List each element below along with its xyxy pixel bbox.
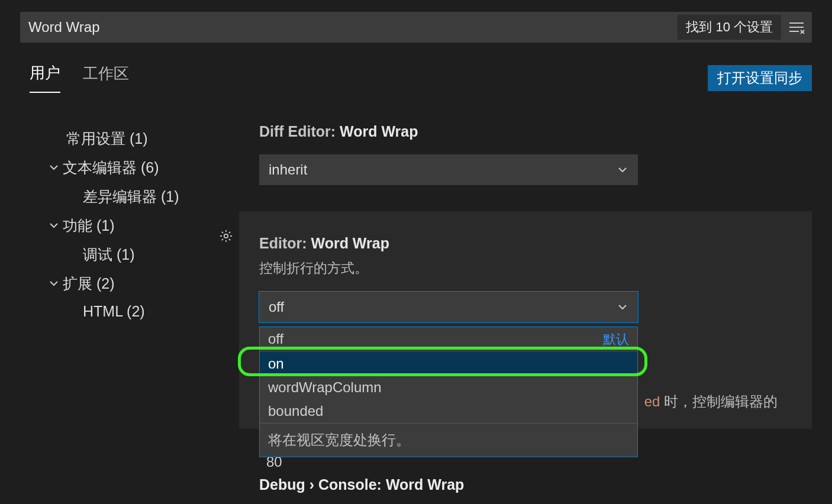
chevron-down-icon — [49, 217, 63, 234]
setting-diff-editor-word-wrap: Diff Editor: Word Wrap inherit — [239, 117, 812, 185]
setting-title: Editor: Word Wrap — [259, 229, 812, 252]
option-label: off — [268, 331, 283, 348]
settings-search-bar[interactable]: 找到 10 个设置 — [20, 12, 812, 43]
setting-editor-word-wrap: Editor: Word Wrap 控制折行的方式。 off off 默认 — [239, 211, 812, 429]
sidebar-item-features[interactable]: 功能 (1) — [49, 211, 239, 240]
editor-word-wrap-select[interactable]: off — [259, 292, 638, 322]
sidebar-item-label: 功能 (1) — [63, 216, 115, 235]
setting-scope-label: Editor: — [259, 235, 311, 251]
text-fragment: 时，控制编辑器的 — [660, 393, 778, 409]
select-value: off — [269, 299, 284, 315]
tab-user[interactable]: 用户 — [30, 63, 60, 93]
filter-icon[interactable] — [786, 17, 807, 38]
gear-icon[interactable] — [219, 229, 233, 246]
column-setting-description-fragment: ed 时，控制编辑器的 — [644, 392, 778, 411]
sidebar-item-html[interactable]: HTML (2) — [49, 298, 239, 325]
setting-name-label: Word Wrap — [386, 476, 464, 493]
diff-word-wrap-select[interactable]: inherit — [259, 154, 638, 185]
word-wrap-dropdown: off 默认 on wordWrapColumn bounded — [259, 327, 638, 457]
option-label: bounded — [268, 403, 323, 419]
select-value: inherit — [269, 161, 307, 178]
chevron-down-icon — [49, 275, 63, 292]
svg-point-5 — [224, 234, 228, 238]
dropdown-option-wordwrapcolumn[interactable]: wordWrapColumn — [260, 376, 637, 399]
sidebar-item-text-editor[interactable]: 文本编辑器 (6) — [49, 153, 239, 182]
settings-main-panel: Diff Editor: Word Wrap inherit — [239, 117, 812, 493]
settings-category-sidebar: 常用设置 (1) 文本编辑器 (6) 差异编辑器 (1) 功能 (1) 调试 (… — [20, 117, 239, 493]
sidebar-item-label: 扩展 (2) — [63, 274, 115, 293]
dropdown-hint: 将在视区宽度处换行。 — [260, 424, 637, 457]
setting-name-label: Word Wrap — [311, 235, 389, 251]
setting-scope-label: Debug › Console: — [259, 476, 386, 493]
sidebar-item-common[interactable]: 常用设置 (1) — [49, 124, 239, 153]
default-tag: 默认 — [603, 331, 629, 348]
dropdown-option-bounded[interactable]: bounded — [260, 399, 637, 423]
dropdown-option-off[interactable]: off 默认 — [260, 327, 637, 352]
setting-name-label: Word Wrap — [340, 123, 418, 140]
setting-title: Diff Editor: Word Wrap — [259, 117, 812, 140]
search-result-count: 找到 10 个设置 — [678, 15, 781, 40]
sidebar-item-diff-editor[interactable]: 差异编辑器 (1) — [49, 182, 239, 211]
tabs-row: 用户 工作区 打开设置同步 — [20, 63, 812, 93]
sidebar-item-debug[interactable]: 调试 (1) — [49, 240, 239, 269]
option-label: wordWrapColumn — [268, 379, 382, 396]
chevron-down-icon — [49, 159, 63, 176]
open-settings-sync-button[interactable]: 打开设置同步 — [708, 65, 812, 91]
settings-search-input[interactable] — [28, 19, 678, 35]
sidebar-item-extensions[interactable]: 扩展 (2) — [49, 269, 239, 298]
chevron-down-icon — [617, 301, 628, 313]
setting-description: 控制折行的方式。 — [259, 259, 812, 277]
setting-scope-label: Diff Editor: — [259, 123, 340, 140]
chevron-down-icon — [617, 164, 628, 176]
code-fragment: ed — [644, 393, 660, 409]
sidebar-item-label: 文本编辑器 (6) — [63, 158, 159, 177]
dropdown-option-on[interactable]: on — [260, 352, 637, 376]
option-label: on — [268, 356, 284, 372]
setting-debug-console-word-wrap-heading: Debug › Console: Word Wrap — [239, 476, 812, 493]
tab-workspace[interactable]: 工作区 — [83, 63, 129, 92]
